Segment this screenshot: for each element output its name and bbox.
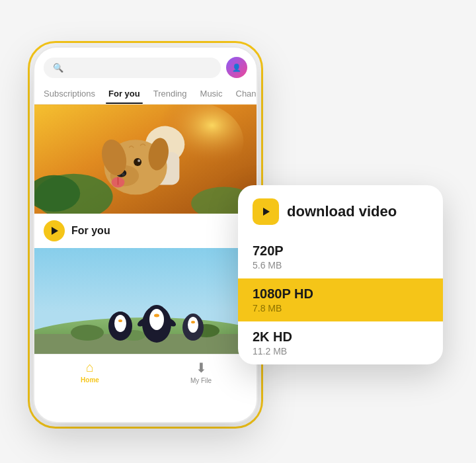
quality-label-1080p: 1080P HD — [253, 286, 428, 302]
svg-marker-18 — [52, 227, 58, 235]
tab-channels[interactable]: Chan — [233, 83, 257, 104]
play-icon — [48, 225, 60, 237]
search-input-container[interactable]: 🔍 — [44, 58, 221, 78]
quality-option-2k[interactable]: 2K HD 11.2 MB — [238, 321, 443, 364]
penguin-svg — [34, 248, 257, 354]
nav-my-file[interactable]: ⬇ My File — [145, 360, 257, 384]
video-thumbnail[interactable] — [34, 248, 257, 354]
quality-option-720p[interactable]: 720P 5.6 MB — [238, 235, 443, 278]
search-bar: 🔍 👤 — [34, 48, 257, 83]
svg-point-34 — [154, 314, 159, 317]
search-icon: 🔍 — [53, 63, 63, 73]
svg-rect-21 — [34, 334, 257, 354]
dog-svg — [34, 105, 257, 214]
svg-point-11 — [122, 173, 125, 176]
bottom-nav: ⌂ Home ⬇ My File — [34, 354, 257, 422]
quality-label-2k: 2K HD — [253, 329, 428, 345]
quality-size-720p: 5.6 MB — [253, 260, 428, 271]
nav-my-file-label: My File — [190, 377, 212, 384]
svg-point-29 — [118, 319, 122, 322]
svg-point-41 — [191, 321, 195, 323]
quality-option-1080p[interactable]: 1080P HD 7.8 MB — [238, 278, 443, 321]
section-header: For you ⬇ — [34, 214, 257, 248]
avatar[interactable]: 👤 — [226, 57, 247, 78]
nav-home[interactable]: ⌂ Home — [34, 360, 145, 384]
tab-music[interactable]: Music — [198, 83, 225, 104]
svg-point-22 — [71, 325, 104, 341]
download-play-icon — [253, 198, 279, 225]
download-header: download video — [238, 185, 443, 235]
download-title: download video — [287, 203, 397, 220]
scene: 🔍 👤 Subscriptions For you Trending Music… — [33, 26, 443, 437]
quality-label-720p: 720P — [253, 243, 428, 259]
phone-mockup: 🔍 👤 Subscriptions For you Trending Music… — [33, 46, 258, 423]
svg-point-13 — [138, 159, 140, 162]
hero-image[interactable] — [34, 105, 257, 214]
nav-home-label: Home — [81, 376, 99, 384]
my-file-icon: ⬇ — [196, 360, 207, 376]
download-panel: download video 720P 5.6 MB 1080P HD 7.8 … — [238, 185, 443, 364]
home-icon: ⌂ — [86, 360, 94, 375]
svg-point-12 — [134, 158, 141, 166]
quality-size-2k: 11.2 MB — [253, 346, 428, 357]
tab-trending[interactable]: Trending — [151, 83, 190, 104]
quality-size-1080p: 7.8 MB — [253, 303, 428, 314]
avatar-initials: 👤 — [232, 63, 241, 72]
nav-tabs: Subscriptions For you Trending Music Cha… — [34, 83, 257, 105]
section-icon — [44, 220, 65, 241]
play-triangle-icon — [259, 205, 272, 218]
tab-for-you[interactable]: For you — [106, 83, 143, 104]
section-title: For you — [71, 225, 232, 237]
tab-subscriptions[interactable]: Subscriptions — [41, 83, 98, 104]
